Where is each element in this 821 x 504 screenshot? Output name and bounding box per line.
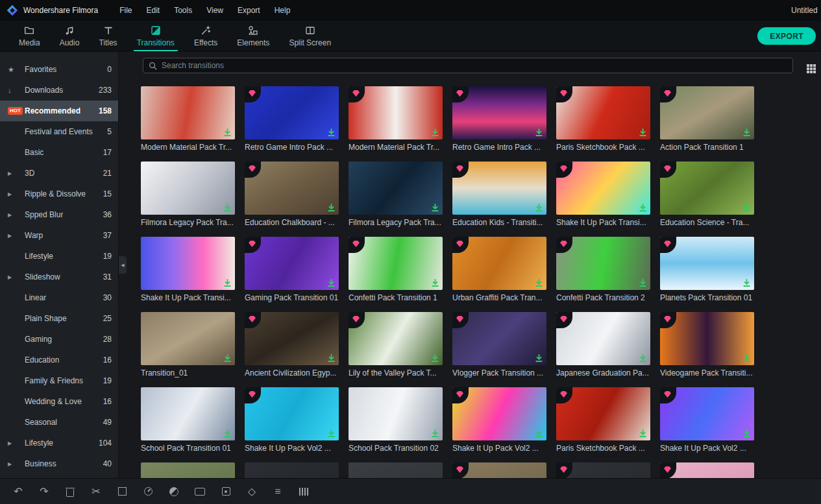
transition-card[interactable]: Videogame Pack Transiti... [660, 312, 754, 378]
menu-view[interactable]: View [199, 0, 230, 21]
tab-transitions[interactable]: Transitions [127, 21, 184, 51]
transition-thumbnail[interactable] [660, 237, 754, 290]
download-icon[interactable] [741, 353, 752, 363]
search-input[interactable] [162, 61, 787, 70]
download-icon[interactable] [637, 278, 648, 288]
menu-export[interactable]: Export [230, 0, 267, 21]
download-icon[interactable] [326, 278, 336, 288]
tab-titles[interactable]: Titles [89, 21, 127, 51]
sidebar-item-3d[interactable]: ▶3D21 [0, 163, 118, 184]
keyframe-icon[interactable]: ◇ [246, 486, 258, 498]
transition-thumbnail[interactable] [556, 312, 650, 365]
transition-thumbnail[interactable] [245, 312, 339, 365]
transition-thumbnail[interactable] [660, 162, 754, 215]
speed-icon[interactable] [142, 486, 154, 498]
transition-thumbnail[interactable] [245, 162, 339, 215]
sidebar-item-favorites[interactable]: ★Favorites0 [0, 59, 118, 80]
transition-thumbnail[interactable] [245, 237, 339, 290]
transition-thumbnail[interactable] [349, 162, 443, 215]
transition-card[interactable]: Filmora Legacy Pack Tra... [141, 162, 235, 228]
undo-icon[interactable]: ↶ [12, 486, 24, 498]
search-box[interactable] [143, 58, 793, 73]
transition-card[interactable]: Urban Graffiti Pack Tran... [452, 237, 546, 303]
sidebar-item-downloads[interactable]: ↓Downloads233 [0, 80, 118, 101]
transition-card[interactable]: Filmora Legacy Pack Tra... [349, 162, 443, 228]
transition-thumbnail[interactable] [660, 387, 754, 440]
sidebar-item-lifestyle[interactable]: Lifestyle19 [0, 246, 118, 267]
sidebar-item-family-friedns[interactable]: Family & Friedns19 [0, 370, 118, 391]
transition-card[interactable]: Education Kids - Transiti... [452, 162, 546, 228]
sidebar-item-warp[interactable]: ▶Warp37 [0, 225, 118, 246]
transition-thumbnail[interactable] [452, 387, 546, 440]
transition-thumbnail[interactable] [141, 237, 235, 290]
download-icon[interactable] [326, 202, 336, 213]
transition-card[interactable]: Lily of the Valley Pack T... [349, 312, 443, 378]
color-icon[interactable] [168, 486, 180, 498]
transition-card[interactable]: Shake It Up Pack Vol2 ... [452, 387, 546, 453]
download-icon[interactable] [637, 353, 648, 363]
transition-thumbnail[interactable] [556, 237, 650, 290]
transition-card[interactable]: Modern Material Pack Tr... [349, 86, 443, 152]
sidebar-item-seasonal[interactable]: Seasonal49 [0, 412, 118, 433]
transition-card[interactable] [556, 462, 650, 478]
transition-thumbnail[interactable] [349, 237, 443, 290]
transition-thumbnail[interactable] [245, 86, 339, 139]
delete-icon[interactable] [64, 486, 76, 498]
transition-card[interactable]: Shake It Up Pack Transi... [141, 237, 235, 303]
download-icon[interactable] [637, 202, 648, 213]
download-icon[interactable] [430, 353, 440, 363]
adjust-icon[interactable]: ≡ [272, 486, 284, 498]
transition-card[interactable]: Transition_01 [141, 312, 235, 378]
download-icon[interactable] [533, 202, 544, 213]
transition-thumbnail[interactable] [452, 237, 546, 290]
transition-card[interactable]: Shake It Up Pack Vol2 ... [660, 387, 754, 453]
sidebar-item-gaming[interactable]: Gaming28 [0, 329, 118, 350]
tab-elements[interactable]: Elements [227, 21, 279, 51]
download-icon[interactable] [222, 127, 232, 138]
transition-thumbnail[interactable] [660, 462, 754, 478]
transition-card[interactable]: Education Chalkboard - ... [245, 162, 339, 228]
download-icon[interactable] [533, 278, 544, 288]
transition-card[interactable] [141, 462, 235, 478]
download-icon[interactable] [637, 127, 648, 138]
tab-split-screen[interactable]: Split Screen [279, 21, 341, 51]
transition-thumbnail[interactable] [452, 162, 546, 215]
download-icon[interactable] [222, 278, 232, 288]
transition-card[interactable]: Education Science - Tra... [660, 162, 754, 228]
download-icon[interactable] [533, 428, 544, 438]
transition-thumbnail[interactable] [556, 387, 650, 440]
transition-thumbnail[interactable] [141, 462, 235, 478]
sidebar-item-basic[interactable]: Basic17 [0, 142, 118, 163]
download-icon[interactable] [637, 428, 648, 438]
transition-card[interactable]: School Pack Transition 01 [141, 387, 235, 453]
transition-card[interactable]: Shake It Up Pack Vol2 ... [245, 387, 339, 453]
transition-thumbnail[interactable] [452, 312, 546, 365]
download-icon[interactable] [430, 202, 440, 213]
transition-card[interactable] [660, 462, 754, 478]
download-icon[interactable] [741, 202, 752, 213]
denoise-icon[interactable] [298, 486, 310, 498]
download-icon[interactable] [326, 127, 336, 138]
download-icon[interactable] [430, 428, 440, 438]
sidebar-item-slideshow[interactable]: ▶Slideshow31 [0, 267, 118, 287]
transition-card[interactable]: Confetti Pack Transition 1 [349, 237, 443, 303]
download-icon[interactable] [430, 127, 440, 138]
transition-thumbnail[interactable] [452, 462, 546, 478]
download-icon[interactable] [741, 428, 752, 438]
download-icon[interactable] [222, 428, 232, 438]
transition-thumbnail[interactable] [349, 86, 443, 139]
transition-thumbnail[interactable] [556, 162, 650, 215]
transition-thumbnail[interactable] [245, 462, 339, 478]
transition-card[interactable]: Action Pack Transition 1 [660, 86, 754, 152]
transition-card[interactable]: Shake It Up Pack Transi... [556, 162, 650, 228]
sidebar-item-spped-blur[interactable]: ▶Spped Blur36 [0, 204, 118, 225]
transition-card[interactable]: Vlogger Pack Transition ... [452, 312, 546, 378]
sidebar-item-festival-and-events[interactable]: Festival and Events5 [0, 121, 118, 142]
transition-card[interactable]: Paris Sketchbook Pack ... [556, 387, 650, 453]
sidebar-item-education[interactable]: Education16 [0, 350, 118, 370]
transition-card[interactable]: School Pack Transition 02 [349, 387, 443, 453]
transition-card[interactable]: Confetti Pack Transition 2 [556, 237, 650, 303]
tab-effects[interactable]: Effects [184, 21, 227, 51]
transition-thumbnail[interactable] [245, 387, 339, 440]
transition-thumbnail[interactable] [556, 86, 650, 139]
